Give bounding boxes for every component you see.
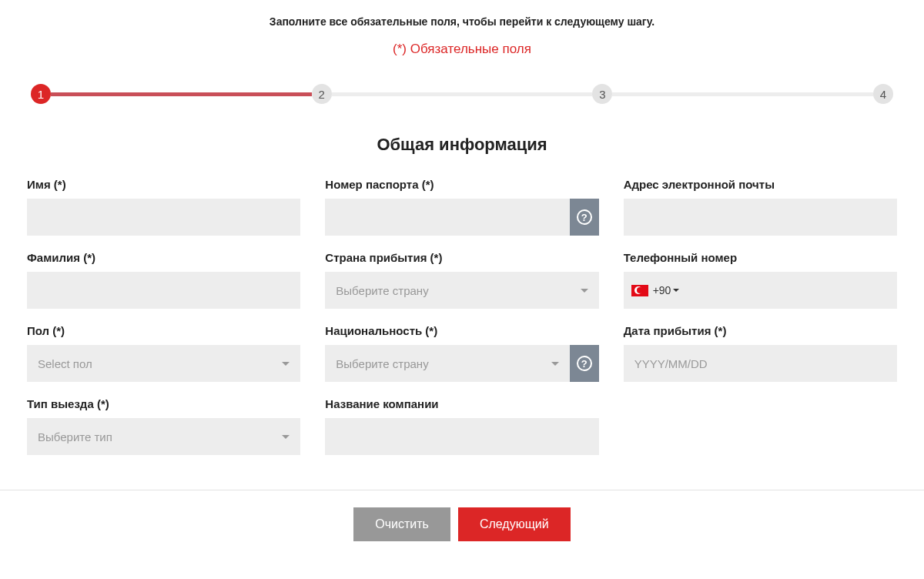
nationality-field: Национальность (*) Выберите страну ?	[325, 324, 598, 382]
instruction-text: Заполните все обязательные поля, чтобы п…	[0, 0, 924, 28]
progress-stepper: 1 2 3 4	[0, 84, 924, 104]
gender-select[interactable]: Select пол	[27, 345, 300, 382]
company-name-label: Название компании	[325, 397, 598, 410]
first-name-label: Имя (*)	[27, 178, 300, 191]
email-field: Адрес электронной почты	[624, 178, 897, 236]
step-2: 2	[312, 84, 332, 104]
exit-type-placeholder: Выберите тип	[38, 430, 112, 443]
nationality-placeholder: Выберите страну	[336, 357, 428, 370]
arrival-country-placeholder: Выберите страну	[336, 284, 428, 297]
gender-placeholder: Select пол	[38, 357, 92, 370]
arrival-country-label: Страна прибытия (*)	[325, 251, 598, 264]
required-fields-note: (*) Обязательные поля	[0, 42, 924, 57]
exit-type-field: Тип выезда (*) Выберите тип	[27, 397, 300, 455]
company-name-field: Название компании	[325, 397, 598, 455]
last-name-label: Фамилия (*)	[27, 251, 300, 264]
section-title: Общая информация	[0, 135, 924, 155]
form-grid: Имя (*) Номер паспорта (*) ? Адрес элект…	[0, 178, 924, 455]
chevron-down-icon	[673, 289, 679, 292]
nationality-select[interactable]: Выберите страну	[325, 345, 569, 382]
gender-field: Пол (*) Select пол	[27, 324, 300, 382]
exit-type-select[interactable]: Выберите тип	[27, 418, 300, 455]
clear-button[interactable]: Очистить	[353, 507, 450, 541]
arrival-date-input[interactable]	[624, 345, 897, 382]
phone-label: Телефонный номер	[624, 251, 897, 264]
gender-label: Пол (*)	[27, 324, 300, 337]
chevron-down-icon	[551, 362, 559, 366]
passport-label: Номер паспорта (*)	[325, 178, 598, 191]
passport-help-button[interactable]: ?	[570, 199, 599, 236]
arrival-country-select[interactable]: Выберите страну	[325, 272, 598, 309]
chevron-down-icon	[282, 435, 290, 439]
email-label: Адрес электронной почты	[624, 178, 897, 191]
step-1: 1	[31, 84, 51, 104]
help-icon: ?	[577, 356, 592, 371]
passport-input[interactable]	[325, 199, 569, 236]
next-button[interactable]: Следующий	[458, 507, 571, 541]
passport-field: Номер паспорта (*) ?	[325, 178, 598, 236]
arrival-date-field: Дата прибытия (*)	[624, 324, 897, 382]
company-name-input[interactable]	[325, 418, 598, 455]
step-line-1-2	[51, 92, 312, 96]
phone-country-code: +90	[653, 284, 671, 296]
phone-input[interactable]: +90	[624, 272, 897, 309]
last-name-field: Фамилия (*)	[27, 251, 300, 309]
footer-actions: Очистить Следующий	[0, 490, 924, 558]
step-3: 3	[592, 84, 612, 104]
phone-field: Телефонный номер +90	[624, 251, 897, 309]
email-input[interactable]	[624, 199, 897, 236]
turkey-flag-icon	[631, 285, 648, 296]
first-name-input[interactable]	[27, 199, 300, 236]
exit-type-label: Тип выезда (*)	[27, 397, 300, 410]
nationality-help-button[interactable]: ?	[570, 345, 599, 382]
step-line-3-4	[612, 92, 873, 96]
chevron-down-icon	[282, 362, 290, 366]
step-4: 4	[873, 84, 893, 104]
step-line-2-3	[332, 92, 593, 96]
nationality-label: Национальность (*)	[325, 324, 598, 337]
arrival-country-field: Страна прибытия (*) Выберите страну	[325, 251, 598, 309]
help-icon: ?	[577, 209, 592, 225]
last-name-input[interactable]	[27, 272, 300, 309]
first-name-field: Имя (*)	[27, 178, 300, 236]
empty-cell	[624, 397, 897, 455]
arrival-date-label: Дата прибытия (*)	[624, 324, 897, 337]
chevron-down-icon	[581, 289, 588, 293]
